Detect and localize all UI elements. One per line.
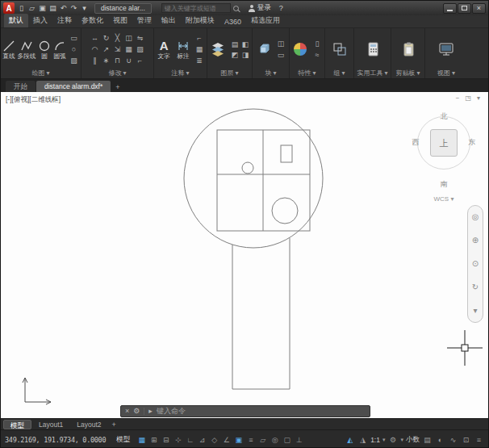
layout-tab-layout2[interactable]: Layout2: [70, 420, 107, 429]
panel-draw-title[interactable]: 绘图 ▾: [1, 69, 81, 78]
layer-properties-tool[interactable]: [209, 41, 227, 57]
command-line[interactable]: × ⚙ ▸ 键入命令: [120, 405, 370, 417]
panel-annotation-title[interactable]: 注释 ▾: [154, 69, 207, 78]
ribbon-tab-parametric[interactable]: 参数化: [77, 14, 108, 27]
ribbon-tab-featured-apps[interactable]: 精选应用: [246, 14, 285, 27]
layout-tab-layout1[interactable]: Layout1: [32, 420, 69, 429]
customization-button[interactable]: ≡: [474, 433, 484, 446]
save-button[interactable]: ▣: [37, 2, 48, 14]
rotate-tool-icon[interactable]: ↻: [101, 32, 112, 44]
scale-tool-icon[interactable]: ⇲: [112, 44, 123, 55]
ucs-icon-tool[interactable]: [437, 41, 455, 57]
properties-tool[interactable]: [291, 41, 309, 57]
orbit-icon[interactable]: ↻: [472, 283, 479, 291]
transparency-toggle[interactable]: ▱: [257, 433, 268, 446]
panel-properties-title[interactable]: 特性 ▾: [290, 69, 324, 78]
object-snap-tracking-toggle[interactable]: ∠: [221, 433, 232, 446]
panel-layers-title[interactable]: 图层 ▾: [207, 69, 252, 78]
viewport-controls-label[interactable]: [-][俯视][二维线框]: [6, 95, 61, 105]
redo-button[interactable]: ↷: [69, 2, 79, 14]
panel-block-title[interactable]: 块 ▾: [253, 69, 289, 78]
units-button[interactable]: 小数: [406, 435, 420, 445]
ribbon-tab-annotate[interactable]: 注释: [52, 14, 77, 27]
infer-constraints-toggle[interactable]: ⊟: [161, 433, 171, 446]
viewcube-south[interactable]: 南: [409, 179, 479, 190]
panel-modify-title[interactable]: 修改 ▾: [82, 69, 153, 78]
new-drawing-tab-button[interactable]: +: [111, 82, 123, 92]
chevron-down-icon[interactable]: ▾: [382, 437, 386, 443]
viewcube-west[interactable]: 西: [411, 137, 420, 148]
ribbon-tab-a360[interactable]: A360: [219, 16, 246, 27]
array-tool-icon[interactable]: ▦: [123, 44, 135, 55]
annotation-autoscale-toggle[interactable]: ◮: [357, 433, 368, 446]
navigation-wheel-icon[interactable]: ◎: [472, 213, 479, 221]
annotation-scale-button[interactable]: 1:1: [370, 436, 380, 444]
object-snap-toggle[interactable]: ▣: [233, 433, 244, 446]
insert-block-tool[interactable]: [255, 41, 273, 57]
application-menu-button[interactable]: A: [3, 2, 15, 14]
3d-object-snap-toggle[interactable]: ▢: [282, 433, 292, 446]
command-customize-icon[interactable]: ⚙: [133, 406, 140, 417]
group-tool[interactable]: [331, 41, 349, 57]
ribbon-tab-view[interactable]: 视图: [108, 14, 132, 27]
layer-state-icon[interactable]: ▤: [229, 39, 240, 50]
graphics-performance-toggle[interactable]: ∿: [448, 433, 458, 446]
join-tool-icon[interactable]: ∪: [123, 55, 135, 66]
panel-view-title[interactable]: 视图 ▾: [425, 69, 467, 78]
zoom-icon[interactable]: ⊙: [472, 260, 479, 268]
ortho-mode-toggle[interactable]: ∟: [185, 433, 195, 446]
paste-tool[interactable]: [399, 41, 417, 57]
new-button[interactable]: ▯: [16, 2, 27, 14]
explode-tool-icon[interactable]: ∗: [101, 55, 112, 66]
help-icon[interactable]: ?: [279, 4, 283, 12]
circle-tool[interactable]: 圆: [38, 40, 51, 60]
viewcube-east[interactable]: 东: [467, 137, 477, 148]
viewcube-north[interactable]: 北: [409, 111, 479, 122]
viewport-minimize-icon[interactable]: −: [456, 94, 460, 102]
search-icon[interactable]: [233, 6, 239, 11]
file-tab-document[interactable]: distance alarm.dxf*: [36, 81, 111, 92]
close-button[interactable]: ×: [472, 3, 486, 14]
stretch-tool-icon[interactable]: ↗: [101, 44, 112, 55]
table-tool-icon[interactable]: ▦: [194, 44, 205, 55]
dimension-tool[interactable]: 标注: [175, 40, 192, 60]
hatch-tool-icon[interactable]: ▨: [69, 55, 80, 66]
text-tool[interactable]: A 文字: [156, 40, 173, 60]
lineweight-toggle[interactable]: ≡: [245, 433, 256, 446]
break-tool-icon[interactable]: ⌐: [135, 55, 146, 66]
create-block-icon[interactable]: ◫: [275, 38, 286, 49]
grid-display-toggle[interactable]: ▦: [136, 433, 147, 446]
snap-mode-toggle[interactable]: ⊞: [148, 433, 159, 446]
drawing-canvas[interactable]: [-][俯视][二维线框] − ◳ ▾ 北 西 东 南 上 WCS ▾ ◎ ⊕ …: [1, 92, 488, 418]
navbar-menu-icon[interactable]: ▾: [473, 307, 477, 315]
ribbon-tab-output[interactable]: 输出: [157, 14, 181, 27]
ellipse-tool-icon[interactable]: ○: [69, 44, 80, 55]
open-button[interactable]: ▱: [27, 2, 37, 14]
selection-cycling-toggle[interactable]: ◎: [270, 433, 280, 446]
undo-button[interactable]: ↶: [58, 2, 69, 14]
viewcube-wcs-menu[interactable]: WCS ▾: [409, 195, 479, 203]
offset-tool-icon[interactable]: ∥: [90, 55, 101, 66]
minimize-button[interactable]: [443, 3, 457, 14]
pan-icon[interactable]: ⊕: [472, 237, 479, 245]
text-style-icon[interactable]: ≣: [194, 55, 205, 66]
ribbon-tab-manage[interactable]: 管理: [132, 14, 157, 27]
chevron-down-icon[interactable]: ▾: [400, 437, 403, 443]
search-input[interactable]: [161, 3, 231, 13]
isometric-drafting-toggle[interactable]: ◇: [209, 433, 219, 446]
panel-groups-title[interactable]: 组 ▾: [325, 69, 353, 78]
dynamic-input-toggle[interactable]: ⊹: [173, 433, 183, 446]
viewport-menu-icon[interactable]: ▾: [477, 94, 480, 102]
edit-polyline-tool-icon[interactable]: ⊓: [112, 55, 123, 66]
quick-properties-toggle[interactable]: ▤: [422, 433, 433, 446]
command-close-icon[interactable]: ×: [125, 406, 129, 417]
command-recent-icon[interactable]: ▸: [148, 406, 153, 417]
panel-utilities-title[interactable]: 实用工具 ▾: [354, 69, 391, 78]
measure-tool[interactable]: [364, 41, 382, 57]
leader-tool-icon[interactable]: ⌐: [194, 32, 205, 44]
polyline-tool[interactable]: 多段线: [18, 40, 36, 60]
dynamic-ucs-toggle[interactable]: ⊥: [294, 433, 304, 446]
block-editor-icon[interactable]: ▭: [275, 49, 286, 61]
command-input[interactable]: 键入命令: [157, 406, 186, 417]
plot-button[interactable]: ▤: [48, 2, 58, 14]
